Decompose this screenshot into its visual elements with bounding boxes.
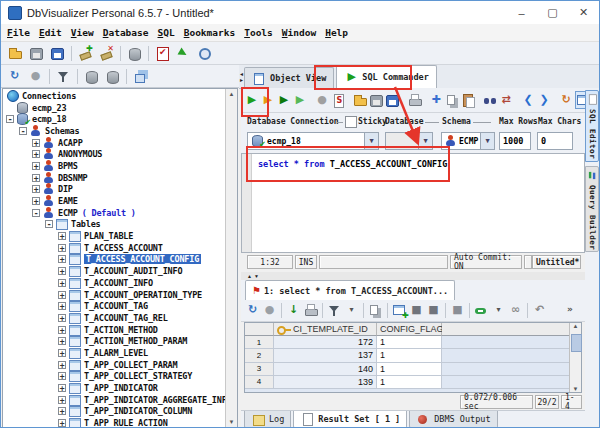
tree-item-label[interactable]: Connections (22, 91, 76, 101)
menu-window[interactable]: Window (282, 27, 316, 38)
tab-result-set[interactable]: Result Set [ 1 ] (293, 411, 407, 428)
max-rows-input[interactable]: 1000 (499, 132, 531, 150)
grid-scrollbar[interactable]: ▲ ▼ (569, 323, 581, 392)
expand-icon[interactable]: + (32, 150, 40, 158)
save-icon[interactable] (27, 44, 46, 63)
tree-item-t_app_indicator[interactable]: +T_APP_INDICATOR (3, 382, 225, 394)
tree-item-label[interactable]: T_APP_COLLECT_PARAM (84, 360, 177, 370)
execute-explain-button[interactable]: ▶ (293, 92, 308, 108)
expand-icon[interactable]: + (58, 244, 66, 252)
expand-icon[interactable]: + (58, 384, 66, 392)
expand-icon[interactable]: + (32, 174, 40, 182)
expand-icon[interactable]: + (58, 419, 66, 427)
splitter-up-icon[interactable]: ▲ (247, 273, 252, 279)
tree-item-label[interactable]: T_ACCOUNT_AUDIT_INFO (84, 266, 182, 276)
max-chars-input[interactable]: 0 (537, 132, 573, 150)
new-statement-icon[interactable]: ✚ (429, 92, 444, 108)
expand-icon[interactable]: + (58, 255, 66, 263)
cell-ci-template-id[interactable]: 139 (274, 376, 377, 389)
expand-icon[interactable]: + (32, 185, 40, 193)
tree-item-t_app_collect_param[interactable]: +T_APP_COLLECT_PARAM (3, 359, 225, 371)
tree-item-label[interactable]: T_ACTION_METHOD_PARAM (84, 336, 187, 346)
tree-item-label[interactable]: ACAPP (58, 138, 83, 148)
tree-item-label[interactable]: Tables (71, 219, 101, 229)
duplicate-view-icon[interactable] (131, 67, 150, 86)
expand-icon[interactable]: + (32, 197, 40, 205)
menu-file[interactable]: File (7, 27, 30, 38)
tree-item-eame[interactable]: +EAME (3, 195, 225, 207)
tree-item-label[interactable]: T_APP_RULE_ACTION (84, 418, 168, 428)
undo-result-icon[interactable]: ↶ (532, 303, 548, 319)
expand-icon[interactable]: + (58, 326, 66, 334)
tree-item-t_account_tag_rel[interactable]: +T_ACCOUNT_TAG_REL (3, 312, 225, 324)
expand-icon[interactable]: + (58, 361, 66, 369)
tree-item-label[interactable]: EAME (58, 196, 78, 206)
expand-icon[interactable]: + (58, 279, 66, 287)
tree-item-label[interactable]: ANONYMOUS (58, 149, 102, 159)
paste-icon[interactable] (461, 92, 476, 108)
cell-config-flag[interactable]: 1 (377, 349, 442, 362)
expand-icon[interactable]: + (58, 291, 66, 299)
preferences-icon[interactable] (153, 44, 172, 63)
filter-tree-icon[interactable] (54, 67, 73, 86)
tree-item-label[interactable]: PLAN_TABLE (84, 231, 133, 241)
tree-item-label[interactable]: ecmp_18 (32, 114, 66, 124)
tree-item-connections[interactable]: Connections (3, 90, 225, 102)
print-script-icon[interactable] (407, 92, 422, 108)
stop-tree-icon[interactable]: ● (26, 67, 45, 86)
tree-item-ecmp_18[interactable]: -ecmp_18 (3, 113, 225, 125)
tree-item-plan_table[interactable]: +PLAN_TABLE (3, 230, 225, 242)
previous-statement-button[interactable]: ❮ (521, 92, 536, 108)
link-icon[interactable]: ∞ (508, 303, 524, 319)
sql-editor[interactable]: select * from T_ACCESS_ACCOUNT_CONFIG (241, 153, 585, 253)
tab-scroll-right-icon[interactable]: ▸ (240, 77, 243, 83)
print-result-icon[interactable] (303, 303, 319, 319)
tree-item-ecmp_23[interactable]: ecmp_23 (3, 102, 225, 114)
tree-item-t_account_operation_type[interactable]: +T_ACCOUNT_OPERATION_TYPE (3, 289, 225, 301)
disconnect-node-icon[interactable] (103, 67, 122, 86)
tree-item-label[interactable]: T_ACTION_METHOD (84, 325, 158, 335)
menu-tools[interactable]: Tools (244, 27, 273, 38)
find-replace-icon[interactable]: ⇄ (499, 92, 514, 108)
database-dropdown-icon[interactable]: ▼ (418, 133, 432, 149)
row-number[interactable]: 4 (245, 376, 274, 389)
find-icon[interactable] (483, 92, 498, 108)
grid-scroll-up-icon[interactable]: ▲ (573, 323, 579, 329)
connection-dropdown-icon[interactable]: ▼ (364, 133, 378, 149)
monitor-icon[interactable] (195, 44, 214, 63)
tree-item-label[interactable]: T_ALARM_LEVEL (84, 348, 148, 358)
tab-query-builder[interactable]: Query Builder (585, 166, 599, 252)
tab-dbms-output[interactable]: DBMS Output (409, 411, 497, 428)
tree-item-label[interactable]: DBSNMP (58, 173, 88, 183)
filter-caret-icon[interactable]: ▾ (344, 303, 360, 319)
maximize-button[interactable]: ▢ (537, 1, 568, 24)
database-icon[interactable] (125, 44, 144, 63)
tree-item-t_access_account[interactable]: +T_ACCESS_ACCOUNT (3, 242, 225, 254)
cell-config-flag[interactable]: 1 (377, 336, 442, 349)
refresh-tree-icon[interactable]: ↻ (5, 67, 24, 86)
tree-item-t_action_method[interactable]: +T_ACTION_METHOD (3, 324, 225, 336)
collapse-icon[interactable]: - (6, 115, 14, 123)
load-script-icon[interactable] (353, 92, 368, 108)
menu-view[interactable]: View (71, 27, 94, 38)
tree-item-t_account_tag[interactable]: +T_ACCOUNT_TAG (3, 300, 225, 312)
result-tab[interactable]: ⚑ 1: select * from T_ACCESS_ACCOUNT... (245, 280, 455, 300)
cell-ci-template-id[interactable]: 172 (274, 336, 377, 349)
splitter-down-icon[interactable]: ▼ (254, 273, 259, 279)
tree-item-t_app_collect_strategy[interactable]: +T_APP_COLLECT_STRATEGY (3, 371, 225, 383)
commit-icon[interactable]: ↻ (559, 92, 574, 108)
delete-row-icon[interactable]: ■ (409, 303, 425, 319)
expand-icon[interactable]: + (58, 407, 66, 415)
tree-item-label[interactable]: T_ACCESS_ACCOUNT (84, 243, 163, 253)
expand-icon[interactable]: + (58, 267, 66, 275)
rows-caret-icon[interactable]: ▾ (491, 303, 507, 319)
cell-ci-template-id[interactable]: 140 (274, 363, 377, 376)
scroll-down-icon[interactable]: ▼ (229, 417, 235, 427)
set-null-icon[interactable]: ■ (450, 303, 466, 319)
stop-button[interactable]: ● (315, 92, 330, 108)
expand-icon[interactable]: + (32, 162, 40, 170)
edit-row-icon[interactable]: ■ (426, 303, 442, 319)
insert-row-icon[interactable] (392, 303, 408, 319)
tree-item-t_app_indicator_aggregate_info[interactable]: +T_APP_INDICATOR_AGGREGATE_INFO (3, 394, 225, 406)
expand-icon[interactable]: + (58, 314, 66, 322)
